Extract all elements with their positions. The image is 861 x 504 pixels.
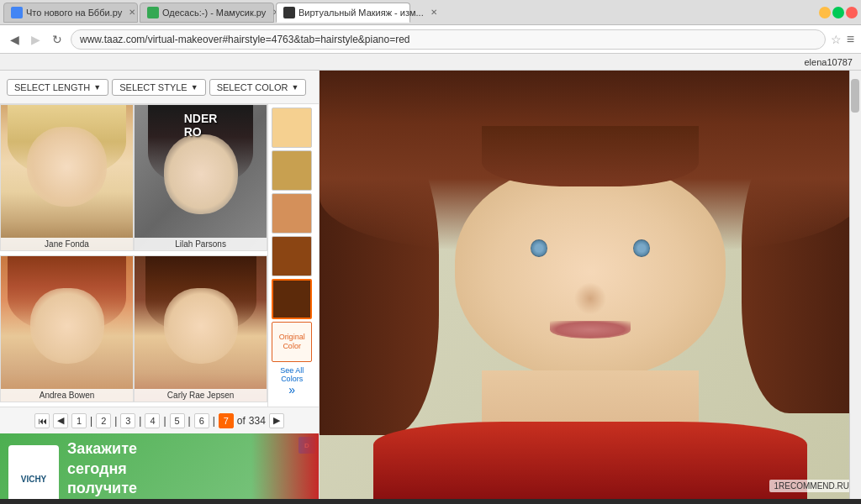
ad-banner: VICHY Закажитесегодняполучитеподарок! D (0, 433, 319, 499)
hair-item-andrea[interactable]: Andrea Bowen (0, 255, 134, 402)
bookmark-button[interactable]: ☆ (831, 33, 842, 46)
select-length-button[interactable]: SELECT LENGTH ▼ (7, 79, 108, 96)
page-first-button[interactable]: ⏮ (34, 413, 50, 428)
select-style-arrow: ▼ (191, 83, 198, 92)
photo-face (455, 165, 726, 379)
photo-mouth (550, 321, 631, 338)
tab-close-taaz[interactable]: ✕ (430, 8, 437, 17)
see-all-arrows-icon: » (288, 383, 295, 396)
see-all-colors-button[interactable]: See All Colors » (272, 365, 312, 398)
page-5-button[interactable]: 5 (170, 413, 185, 428)
page-3-button[interactable]: 3 (120, 413, 135, 428)
scrollbar-thumb[interactable] (851, 79, 859, 113)
ad-text: Закажитесегодняполучитеподарок! (67, 439, 137, 499)
person-photo (320, 71, 861, 499)
scrollbar-track (849, 71, 861, 499)
photo-shirt (373, 422, 806, 499)
total-pages: 334 (249, 415, 266, 427)
back-button[interactable]: ◀ (7, 31, 23, 48)
photo-right-eye (633, 239, 650, 256)
hair-item-lilah[interactable]: NDERRO Lilah Parsons (134, 104, 267, 251)
color-swatch-5[interactable] (272, 279, 312, 319)
close-button[interactable] (846, 7, 858, 18)
tab-babi[interactable]: Что нового на Ббби.ру ✕ (3, 3, 138, 23)
of-text: of (237, 415, 246, 427)
color-swatch-4[interactable] (272, 236, 312, 276)
color-swatch-1[interactable] (272, 108, 312, 148)
hair-item-lilah-label: Lilah Parsons (135, 238, 267, 250)
page-separator-3: | (139, 415, 141, 427)
page-separator-4: | (163, 415, 166, 427)
select-style-button[interactable]: SELECT STYLE ▼ (112, 79, 205, 96)
page-6-button[interactable]: 6 (194, 413, 209, 428)
tab-label-taaz: Виртуальный Макияж - изм... (298, 8, 424, 18)
page-4-button[interactable]: 4 (145, 413, 160, 428)
address-bar: ◀ ▶ ↻ ☆ ≡ (0, 25, 861, 54)
main-content: SELECT LENGTH ▼ SELECT STYLE ▼ SELECT CO… (0, 71, 861, 499)
original-color-label: Original Color (272, 333, 311, 351)
color-panel: Original Color See All Colors » (268, 104, 319, 407)
photo-eyes (531, 239, 650, 256)
page-prev-button[interactable]: ◀ (53, 413, 68, 428)
minimize-button[interactable] (819, 7, 831, 18)
page-separator-5: | (188, 415, 191, 427)
select-style-label: SELECT STYLE (119, 82, 188, 92)
right-panel: 1RECOMMEND.RU (320, 71, 861, 499)
title-bar: Что нового на Ббби.ру ✕ Одеcась:-) - Мам… (0, 0, 861, 25)
hair-item-carly[interactable]: Carly Rae Jepsen (134, 255, 267, 402)
page-separator-6: | (213, 415, 215, 427)
select-color-label: SELECT COLOR (217, 82, 288, 92)
color-swatch-3[interactable] (272, 193, 312, 234)
original-color-button[interactable]: Original Color (272, 322, 312, 362)
ad-corner-decoration (251, 433, 319, 499)
url-input[interactable] (71, 29, 826, 50)
user-info-bar: elena10787 (0, 54, 861, 71)
forward-button[interactable]: ▶ (28, 31, 44, 48)
hair-item-andrea-label: Andrea Bowen (1, 389, 133, 402)
watermark: 1RECOMMEND.RU (769, 480, 854, 492)
color-swatch-2[interactable] (272, 150, 312, 191)
page-next-button[interactable]: ▶ (269, 413, 284, 428)
username-label: elena10787 (804, 57, 853, 67)
select-length-arrow: ▼ (93, 83, 101, 92)
page-2-button[interactable]: 2 (96, 413, 111, 428)
tab-taaz[interactable]: Виртуальный Макияж - изм... ✕ (276, 3, 410, 23)
tab-close-babi[interactable]: ✕ (129, 8, 135, 17)
left-panel: SELECT LENGTH ▼ SELECT STYLE ▼ SELECT CO… (0, 71, 320, 499)
photo-bangs (482, 126, 699, 186)
ad-brand-label: VICHY (21, 475, 47, 484)
browser-chrome: Что нового на Ббби.ру ✕ Одеcась:-) - Мам… (0, 0, 861, 71)
see-all-label: See All Colors (272, 366, 312, 383)
select-length-label: SELECT LENGTH (14, 82, 90, 92)
photo-left-eye (531, 239, 547, 256)
hair-item-carly-label: Carly Rae Jepsen (135, 389, 267, 402)
toolbar: SELECT LENGTH ▼ SELECT STYLE ▼ SELECT CO… (0, 71, 319, 104)
photo-background (320, 71, 861, 499)
hair-grid: Jane Fonda NDERRO Lilah Parsons (0, 104, 268, 407)
grid-color-container: Jane Fonda NDERRO Lilah Parsons (0, 104, 319, 407)
select-color-arrow: ▼ (291, 83, 298, 92)
menu-button[interactable]: ≡ (847, 32, 854, 47)
page-1-button[interactable]: 1 (71, 413, 87, 428)
maximize-button[interactable] (832, 7, 844, 18)
tab-label-mamusik: Одеcась:-) - Мамусик.ру (162, 8, 266, 18)
page-separator-2: | (114, 415, 117, 427)
hair-item-jane[interactable]: Jane Fonda (0, 104, 134, 251)
tab-mamusik[interactable]: Одеcась:-) - Мамусик.ру ✕ (140, 3, 274, 23)
hair-item-jane-image (1, 105, 133, 250)
select-color-button[interactable]: SELECT COLOR ▼ (209, 79, 307, 96)
ad-brand: VICHY (8, 445, 59, 499)
tab-favicon-babi (11, 7, 23, 18)
tab-favicon-taaz (283, 7, 295, 18)
hair-item-jane-label: Jane Fonda (1, 238, 133, 250)
tab-favicon-mamusik (147, 7, 159, 18)
window-controls (819, 7, 858, 18)
page-7-button[interactable]: 7 (219, 413, 234, 428)
photo-nose (574, 282, 607, 314)
refresh-button[interactable]: ↻ (49, 31, 66, 48)
tab-label-babi: Что нового на Ббби.ру (26, 8, 122, 18)
pagination: ⏮ ◀ 1 | 2 | 3 | 4 | 5 | 6 (0, 407, 319, 433)
page-separator-1: | (90, 415, 92, 427)
